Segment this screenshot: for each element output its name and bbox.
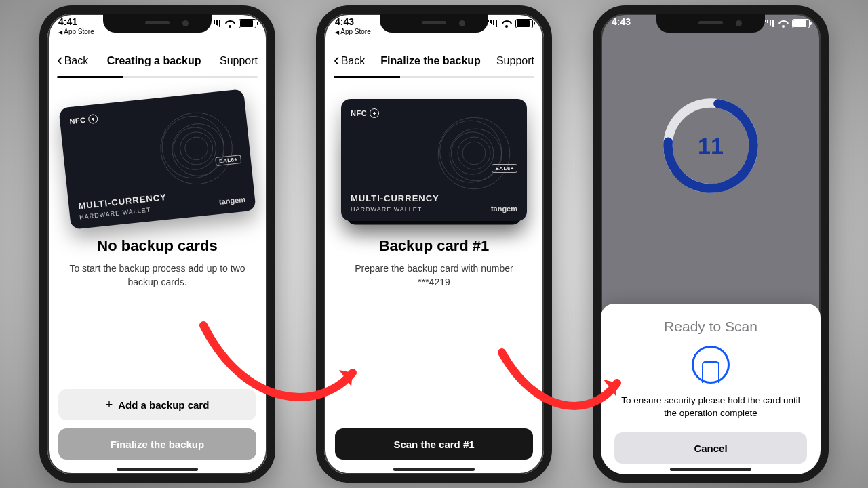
card-eal: EAL6+ (492, 164, 517, 173)
svg-point-8 (450, 129, 502, 181)
nfc-sheet: Ready to Scan To ensure security please … (601, 304, 821, 474)
wifi-icon (778, 20, 789, 28)
card-title: MULTI-CURRENCY (351, 193, 439, 203)
countdown-ring: 11 (601, 75, 821, 217)
status-time: 4:43 (335, 16, 371, 27)
card-sub: HARDWARE WALLET (351, 206, 422, 213)
body-copy: No backup cards To start the backup proc… (47, 237, 267, 289)
card-illustration: NFC MULTI-CURRENCY HARDWARE WALLET EAL6+… (47, 95, 267, 224)
svg-point-4 (178, 131, 214, 167)
button-stack: Scan the card #1 (335, 428, 533, 460)
card-brand: tangem (491, 205, 517, 213)
status-time: 4:43 (612, 16, 631, 27)
signal-icon (488, 20, 498, 28)
plus-icon: + (106, 398, 113, 412)
finalize-backup-button[interactable]: Finalize the backup (58, 428, 256, 460)
card-stack: HARDWARE WALLET tangem NFC MULTI-CURRENC… (324, 95, 544, 224)
description: Prepare the backup card with number ***4… (342, 262, 526, 289)
add-backup-card-button[interactable]: + Add a backup card (58, 389, 256, 420)
home-indicator[interactable] (670, 468, 751, 471)
battery-icon (515, 19, 533, 28)
notch (103, 14, 212, 33)
svg-point-11 (462, 142, 486, 165)
scan-card-button[interactable]: Scan the card #1 (335, 428, 533, 460)
signal-icon (764, 20, 775, 28)
back-button[interactable]: Back (57, 55, 88, 67)
nav-header: Back Finalize the backup Support (324, 49, 544, 73)
phone-finalize-backup: 4:43 App Store Back Finalize the backup … (316, 5, 552, 483)
svg-point-1 (159, 113, 226, 181)
sheet-title: Ready to Scan (614, 319, 807, 335)
nfc-phone-icon (692, 346, 730, 384)
card-title: MULTI-CURRENCY (78, 192, 167, 211)
wallet-card-front: NFC MULTI-CURRENCY HARDWARE WALLET EAL6+… (341, 99, 527, 221)
status-return[interactable]: App Store (58, 28, 94, 36)
progress-bar (57, 76, 258, 78)
heading: No backup cards (65, 237, 250, 255)
heading: Backup card #1 (342, 237, 526, 255)
button-stack: + Add a backup card Finalize the backup (58, 389, 256, 460)
page-title: Finalize the backup (380, 55, 481, 67)
wallet-card: NFC MULTI-CURRENCY HARDWARE WALLET EAL6+… (58, 89, 256, 230)
support-link[interactable]: Support (220, 55, 258, 67)
card-brand: tangem (218, 195, 245, 206)
wifi-icon (225, 20, 235, 28)
scan-card-label: Scan the card #1 (393, 439, 474, 450)
stage: 4:41 App Store Back Creating a backup Su… (0, 0, 868, 488)
nav-header: Back Creating a backup Support (47, 49, 267, 73)
home-indicator[interactable] (393, 468, 475, 471)
home-indicator[interactable] (117, 468, 198, 471)
body-copy: Backup card #1 Prepare the backup card w… (324, 237, 544, 289)
countdown-number: 11 (698, 133, 724, 159)
battery-icon (239, 19, 256, 28)
add-backup-label: Add a backup card (118, 399, 209, 411)
svg-point-7 (440, 121, 502, 182)
sheet-description: To ensure security please hold the card … (614, 394, 807, 420)
status-return[interactable]: App Store (335, 28, 371, 36)
notch (656, 14, 765, 33)
cancel-label: Cancel (694, 443, 727, 454)
status-time: 4:41 (58, 16, 94, 27)
battery-icon (792, 19, 810, 28)
signal-icon (211, 20, 222, 28)
description: To start the backup process add up to tw… (65, 262, 250, 289)
svg-point-5 (184, 136, 209, 161)
swirl-icon (152, 104, 241, 193)
support-link[interactable]: Support (496, 55, 534, 67)
svg-point-2 (170, 121, 226, 178)
progress-bar (334, 76, 534, 78)
phone-ready-to-scan: 4:43 11 Ready to Scan To ensure security… (593, 5, 829, 483)
finalize-label: Finalize the backup (111, 439, 204, 450)
cancel-button[interactable]: Cancel (614, 432, 807, 464)
back-button[interactable]: Back (334, 55, 365, 67)
swirl-icon (433, 113, 515, 194)
phone-creating-backup: 4:41 App Store Back Creating a backup Su… (39, 5, 275, 483)
wifi-icon (502, 20, 512, 28)
notch (380, 14, 488, 33)
page-title: Creating a backup (107, 55, 201, 67)
svg-point-6 (438, 117, 510, 189)
